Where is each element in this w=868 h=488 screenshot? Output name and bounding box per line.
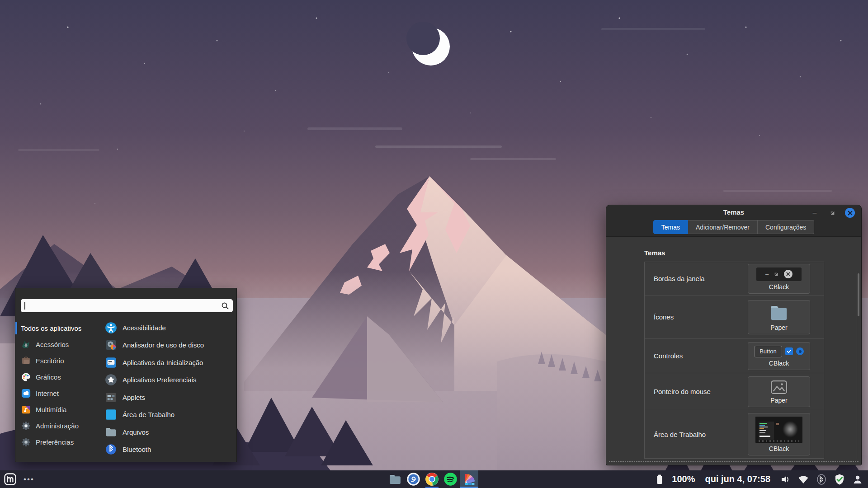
close-icon — [848, 211, 853, 216]
tab-add-remove[interactable]: Adicionar/Remover — [688, 220, 758, 234]
text-caret — [24, 302, 25, 310]
taskbar-chrome-icon[interactable] — [423, 470, 441, 488]
tab-settings[interactable]: Configurações — [758, 220, 814, 234]
tab-label: Configurações — [765, 224, 806, 231]
theme-value: CBlack — [769, 445, 789, 452]
category-office[interactable]: Escritório — [15, 352, 99, 369]
app-label: Analisador de uso de disco — [123, 341, 204, 349]
app-label: Bluetooth — [123, 446, 151, 453]
desktop-theme-button[interactable]: CBlack — [748, 413, 810, 455]
row-label: Ícones — [645, 313, 748, 321]
app-applets[interactable]: Applets — [105, 389, 236, 406]
app-desktop[interactable]: Área de Trabalho — [105, 406, 236, 424]
system-tray: 100% qui jun 4, 07:58 — [654, 473, 863, 486]
simplenote-icon — [406, 472, 420, 486]
category-internet[interactable]: Internet — [15, 385, 99, 401]
category-label: Acessórios — [36, 341, 69, 348]
row-label: Ponteiro do mouse — [645, 388, 748, 395]
row-controls: Controles Button CBlack — [645, 339, 824, 373]
minimize-button[interactable]: – — [810, 208, 820, 218]
category-all-applications[interactable]: Todos os aplicativos — [15, 320, 99, 336]
accessories-icon — [21, 339, 31, 350]
mouse-pointer-theme-button[interactable]: Paper — [748, 376, 810, 407]
window-buttons: – — [810, 208, 855, 218]
category-label: Internet — [36, 389, 59, 397]
app-label: Acessibilidade — [123, 324, 166, 332]
controls-theme-button[interactable]: Button CBlack — [748, 342, 810, 370]
theme-value: Paper — [770, 397, 787, 404]
category-list: Todos os aplicativos Acessórios — [15, 320, 99, 450]
row-icons: Ícones Paper — [645, 296, 824, 339]
app-disk-usage-analyzer[interactable]: Analisador de uso de disco — [105, 337, 236, 354]
category-label: Escritório — [36, 357, 64, 365]
tab-label: Temas — [661, 224, 680, 231]
image-placeholder-icon — [770, 380, 788, 394]
wifi-icon[interactable] — [797, 473, 809, 486]
preview-restore-icon — [774, 272, 778, 277]
chrome-icon — [425, 472, 439, 486]
taskbar-simplenote-icon[interactable] — [404, 470, 423, 488]
category-administration[interactable]: Administração — [15, 418, 99, 434]
category-multimedia[interactable]: Multimídia — [15, 401, 99, 418]
category-label: Preferências — [36, 438, 74, 446]
close-button[interactable] — [845, 208, 855, 218]
preferred-apps-icon — [105, 374, 117, 386]
app-startup-applications[interactable]: Aplicativos da Inicialização — [105, 354, 236, 371]
multimedia-icon — [21, 404, 31, 415]
category-preferences[interactable]: Preferências — [15, 434, 99, 450]
window-borders-preview: – — [756, 267, 802, 281]
tab-label: Adicionar/Remover — [696, 224, 750, 231]
mint-menu-button[interactable] — [4, 473, 16, 485]
administration-gear-icon — [21, 421, 31, 431]
search-icon — [221, 302, 229, 310]
titlebar[interactable]: Temas – Temas — [606, 205, 861, 237]
files-folder-icon — [105, 426, 117, 438]
preview-radio — [796, 347, 804, 355]
app-accessibility[interactable]: Acessibilidade — [105, 319, 236, 337]
app-label: Arquivos — [123, 428, 149, 436]
tab-bar: Temas Adicionar/Remover Configurações — [606, 220, 861, 234]
battery-percentage[interactable]: 100% — [672, 474, 695, 484]
scrollbar-thumb[interactable] — [858, 273, 859, 316]
volume-icon[interactable] — [779, 473, 791, 486]
desktop-preview-thumbnail — [755, 417, 802, 443]
panel-launcher-dots[interactable]: ••• — [24, 477, 34, 482]
color-swatches-icon — [462, 472, 476, 486]
bluetooth-tray-icon[interactable] — [816, 473, 827, 486]
accessibility-icon — [105, 322, 117, 334]
category-accessories[interactable]: Acessórios — [15, 336, 99, 352]
panel-center — [386, 470, 478, 488]
startup-apps-icon — [105, 357, 117, 369]
window-content: Temas Bordas da janela – — [606, 237, 861, 465]
scrollbar[interactable] — [857, 272, 860, 459]
search-input[interactable] — [21, 299, 233, 312]
firewall-shield-icon[interactable] — [834, 473, 845, 486]
user-icon[interactable] — [852, 473, 863, 486]
taskbar-spotify-icon[interactable] — [441, 470, 460, 488]
app-preferred-applications[interactable]: Aplicativos Preferenciais — [105, 371, 236, 389]
category-label: Gráficos — [36, 373, 61, 381]
application-menu: Todos os aplicativos Acessórios — [15, 288, 237, 462]
row-label: Controles — [645, 352, 748, 360]
taskbar-themes-icon[interactable] — [460, 470, 478, 488]
preview-minimize-icon: – — [765, 273, 769, 276]
window-borders-theme-button[interactable]: – CBlack — [748, 264, 810, 294]
theme-settings-list: Bordas da janela – CBlack — [644, 262, 824, 459]
preview-button: Button — [754, 346, 782, 357]
themes-window: Temas – Temas — [606, 205, 862, 465]
app-bluetooth[interactable]: Bluetooth — [105, 441, 236, 459]
app-files[interactable]: Arquivos — [105, 423, 236, 441]
maximize-button[interactable] — [827, 208, 837, 218]
battery-icon[interactable] — [654, 473, 665, 486]
row-desktop: Área de Trabalho — [645, 410, 824, 458]
internet-icon — [21, 388, 31, 399]
taskbar-files-icon[interactable] — [386, 470, 404, 488]
window-bottom-dashed-line — [609, 461, 859, 462]
icons-theme-button[interactable]: Paper — [748, 300, 810, 334]
clock[interactable]: qui jun 4, 07:58 — [705, 474, 770, 484]
preview-checkbox — [785, 347, 793, 355]
app-label: Área de Trabalho — [123, 411, 175, 418]
category-graphics[interactable]: Gráficos — [15, 369, 99, 385]
category-label: Administração — [36, 422, 79, 430]
tab-themes[interactable]: Temas — [653, 220, 688, 234]
